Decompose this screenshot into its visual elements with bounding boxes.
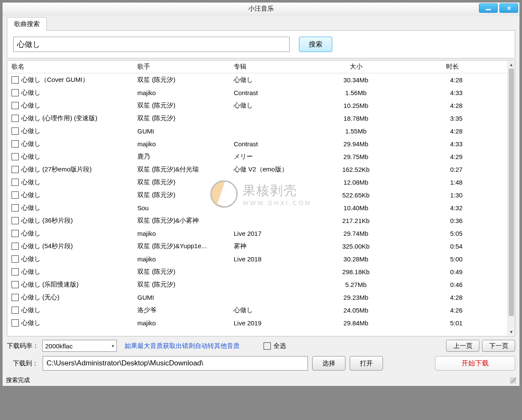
table-row[interactable]: 心做しGUMI1.55Mb4:28: [10, 125, 515, 137]
bitrate-select[interactable]: 2000kflac ▾: [42, 340, 117, 352]
scrollbar[interactable]: ▲ ▼: [508, 61, 515, 336]
minimize-button[interactable]: [479, 3, 498, 13]
table-row[interactable]: 心做し双笙 (陈元汐)298.18Kb0:49: [10, 265, 515, 278]
row-checkbox[interactable]: [12, 230, 19, 237]
table-row[interactable]: 心做し (36秒片段)双笙 (陈元汐)&小雾神217.21Kb0:36: [10, 214, 515, 227]
cell-name: 心做し: [21, 153, 41, 161]
row-checkbox[interactable]: [12, 217, 19, 224]
row-checkbox[interactable]: [12, 89, 19, 96]
row-checkbox[interactable]: [12, 115, 19, 122]
page-nav: 上一页 下一页: [446, 340, 515, 352]
cell-duration: 4:32: [396, 204, 515, 211]
row-checkbox[interactable]: [12, 179, 19, 186]
cell-artist: majiko: [136, 255, 232, 263]
row-checkbox[interactable]: [12, 127, 19, 135]
cell-size: 30.28Mb: [314, 255, 396, 263]
app-window: 小汪音乐 歌曲搜索 搜索 歌名 歌手 专辑 大小 时长: [2, 2, 520, 386]
cell-duration: 0:36: [396, 217, 515, 224]
cell-artist: 双笙 (陈元汐): [136, 281, 232, 289]
cell-name: 心做し (36秒片段): [21, 217, 73, 225]
cell-size: 217.21Kb: [314, 217, 396, 224]
column-artist[interactable]: 歌手: [136, 63, 232, 71]
results-list: 歌名 歌手 专辑 大小 时长 果核剥壳 WWW.GHXI.COM 心做し（Cov…: [7, 60, 515, 336]
titlebar[interactable]: 小汪音乐: [3, 3, 519, 15]
table-row[interactable]: 心做し鹿乃メリー29.75Mb4:29: [10, 150, 515, 163]
cell-artist: GUMI: [136, 127, 232, 135]
status-bar: 搜索完成: [3, 375, 519, 386]
table-row[interactable]: 心做しmajikoLive 201830.28Mb5:00: [10, 252, 515, 265]
table-row[interactable]: 心做し (心理作用) (变速版)双笙 (陈元汐)18.78Mb3:35: [10, 112, 515, 125]
table-row[interactable]: 心做し (54秒片段)双笙 (陈元汐)&Yupp1e...雾神325.00Kb0…: [10, 240, 515, 252]
start-download-button[interactable]: 开始下载: [435, 356, 515, 371]
row-checkbox[interactable]: [12, 294, 19, 301]
row-checkbox[interactable]: [12, 268, 19, 275]
column-album[interactable]: 专辑: [232, 63, 314, 71]
table-row[interactable]: 心做し (27秒emo版片段)双笙 (陈元汐)&付光瑞心做 V2（emo版）16…: [10, 163, 515, 176]
cell-name: 心做し（Cover GUMI）: [21, 76, 89, 84]
cell-album: Contrast: [232, 140, 314, 148]
scroll-up-icon[interactable]: ▲: [508, 61, 515, 68]
table-row[interactable]: 心做し（Cover GUMI）双笙 (陈元汐)心做し30.34Mb4:28: [10, 73, 515, 86]
column-size[interactable]: 大小: [314, 63, 396, 71]
table-row[interactable]: 心做しmajikoLive 201929.84Mb5:01: [10, 316, 515, 329]
row-checkbox[interactable]: [12, 243, 19, 250]
prev-page-button[interactable]: 上一页: [446, 340, 479, 352]
table-row[interactable]: 心做しmajikoContrast1.56Mb4:33: [10, 86, 515, 99]
table-row[interactable]: 心做しmajikoContrast29.94Mb4:33: [10, 137, 515, 150]
results-body[interactable]: 果核剥壳 WWW.GHXI.COM 心做し（Cover GUMI）双笙 (陈元汐…: [7, 73, 515, 336]
row-checkbox[interactable]: [12, 319, 19, 327]
cell-artist: 双笙 (陈元汐)&小雾神: [136, 217, 232, 225]
row-checkbox[interactable]: [12, 140, 19, 148]
table-row[interactable]: 心做しSou10.40Mb4:32: [10, 201, 515, 214]
cell-album: 心做し: [232, 101, 314, 110]
row-checkbox[interactable]: [12, 153, 19, 160]
table-row[interactable]: 心做し (乐阳慢速版)双笙 (陈元汐)5.27Mb0:46: [10, 278, 515, 291]
download-path-input[interactable]: [43, 356, 308, 371]
row-checkbox[interactable]: [12, 102, 19, 109]
cell-artist: 洛少爷: [136, 306, 232, 314]
resize-grip-icon[interactable]: [510, 377, 516, 383]
scroll-thumb[interactable]: [509, 69, 514, 316]
row-checkbox[interactable]: [12, 204, 19, 211]
cell-artist: majiko: [136, 319, 232, 327]
cell-album: 心做し: [232, 76, 314, 84]
row-checkbox[interactable]: [12, 191, 19, 199]
scroll-down-icon[interactable]: ▼: [508, 328, 515, 336]
table-row[interactable]: 心做し双笙 (陈元汐)12.08Mb1:48: [10, 176, 515, 188]
cell-duration: 0:27: [396, 166, 515, 173]
open-path-button[interactable]: 打开: [350, 356, 383, 371]
table-row[interactable]: 心做し洛少爷心做し24.05Mb4:26: [10, 304, 515, 316]
table-row[interactable]: 心做し双笙 (陈元汐)心做し10.25Mb4:28: [10, 99, 515, 112]
table-row[interactable]: 心做しmajikoLive 201729.74Mb5:05: [10, 227, 515, 240]
close-button[interactable]: [499, 3, 518, 13]
tab-row: 歌曲搜索: [3, 15, 519, 30]
cell-name: 心做し: [21, 306, 41, 314]
column-name[interactable]: 歌名: [10, 63, 136, 71]
cell-artist: majiko: [136, 89, 232, 96]
row-checkbox[interactable]: [12, 76, 19, 84]
row-checkbox[interactable]: [12, 166, 19, 173]
cell-duration: 3:35: [396, 115, 515, 122]
choose-path-button[interactable]: 选择: [312, 356, 345, 371]
next-page-button[interactable]: 下一页: [482, 340, 515, 352]
tab-search[interactable]: 歌曲搜索: [7, 17, 47, 31]
row-checkbox[interactable]: [12, 281, 19, 288]
row-checkbox[interactable]: [12, 307, 19, 314]
cell-name: 心做し: [21, 204, 41, 212]
row-checkbox[interactable]: [12, 255, 19, 263]
cell-size: 29.23Mb: [314, 294, 396, 301]
cell-artist: GUMI: [136, 294, 232, 301]
cell-size: 325.00Kb: [314, 243, 396, 250]
table-row[interactable]: 心做し双笙 (陈元汐)522.65Kb1:30: [10, 188, 515, 201]
table-row[interactable]: 心做し (无心)GUMI29.23Mb4:28: [10, 291, 515, 304]
cell-name: 心做し: [21, 89, 41, 97]
select-all[interactable]: 全选: [264, 342, 286, 350]
search-input[interactable]: [13, 37, 290, 52]
cell-size: 29.84Mb: [314, 319, 396, 327]
search-button[interactable]: 搜索: [299, 37, 332, 52]
cell-name: 心做し: [21, 127, 41, 135]
column-duration[interactable]: 时长: [396, 63, 507, 71]
cell-duration: 4:33: [396, 140, 515, 148]
select-all-checkbox[interactable]: [264, 342, 271, 350]
cell-name: 心做し: [21, 178, 41, 186]
